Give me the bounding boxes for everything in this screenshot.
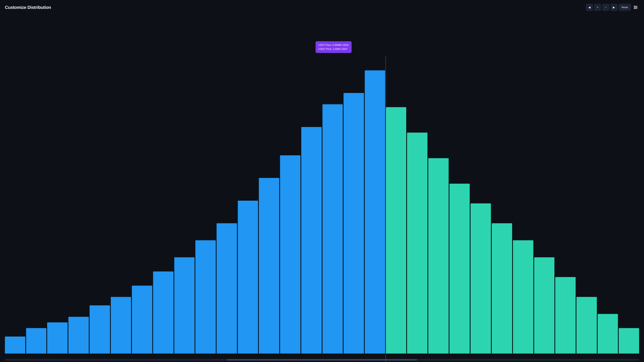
scrollbar-thumb[interactable] xyxy=(227,359,417,361)
svg-point-4 xyxy=(636,7,637,8)
bar-17 xyxy=(365,70,385,353)
bar-1 xyxy=(26,328,46,353)
left-arrow-button[interactable]: ◀ xyxy=(586,4,593,11)
bar-21 xyxy=(450,184,470,353)
histogram xyxy=(5,70,639,353)
tooltip-line1: USDT Price: 0.99998 USDC xyxy=(318,43,349,47)
scrollbar[interactable] xyxy=(5,359,639,361)
bar-7 xyxy=(153,271,174,353)
bar-3 xyxy=(68,317,89,353)
bar-11 xyxy=(238,201,258,353)
bar-4 xyxy=(90,305,110,353)
header: Customize Distribution ◀ + − ▶ Reset xyxy=(0,0,644,14)
bar-23 xyxy=(492,223,512,353)
bar-14 xyxy=(301,127,322,353)
bar-5 xyxy=(111,297,131,353)
plus-icon: + xyxy=(597,6,598,9)
bar-16 xyxy=(344,93,364,353)
left-arrow-icon: ◀ xyxy=(588,6,590,9)
bar-12 xyxy=(259,178,279,353)
filter-icon xyxy=(634,6,638,9)
bar-15 xyxy=(322,104,343,353)
bar-0 xyxy=(5,336,25,353)
bar-26 xyxy=(555,277,576,353)
bar-13 xyxy=(280,155,300,353)
bar-8 xyxy=(174,257,195,353)
bar-22 xyxy=(470,203,491,353)
bar-2 xyxy=(47,322,68,353)
bar-9 xyxy=(195,240,216,353)
zoom-out-button[interactable]: − xyxy=(602,4,609,11)
bar-27 xyxy=(576,297,597,353)
svg-point-5 xyxy=(634,8,635,9)
tooltip-line2: USDC Price: 1.0000 USDT xyxy=(318,47,349,51)
price-tooltip: USDT Price: 0.99998 USDC USDC Price: 1.0… xyxy=(316,41,352,53)
bar-24 xyxy=(513,240,533,353)
bar-28 xyxy=(598,314,618,353)
svg-point-3 xyxy=(634,6,635,7)
bar-6 xyxy=(132,286,152,353)
bars-wrapper xyxy=(5,70,639,353)
bar-10 xyxy=(216,223,237,353)
page-title: Customize Distribution xyxy=(5,5,51,10)
right-arrow-button[interactable]: ▶ xyxy=(610,4,618,11)
reset-button[interactable]: Reset xyxy=(618,4,631,11)
filter-button[interactable] xyxy=(632,4,639,11)
bar-18 xyxy=(386,107,406,353)
zoom-in-button[interactable]: + xyxy=(594,4,601,11)
chart-area: USDT Price: 0.99998 USDC USDC Price: 1.0… xyxy=(0,14,644,359)
right-arrow-icon: ▶ xyxy=(613,6,615,9)
bar-25 xyxy=(534,257,554,353)
bar-29 xyxy=(619,328,639,353)
minus-icon: − xyxy=(605,6,606,9)
bar-20 xyxy=(428,158,449,353)
bar-19 xyxy=(407,133,428,353)
toolbar: ◀ + − ▶ Reset xyxy=(586,4,639,11)
